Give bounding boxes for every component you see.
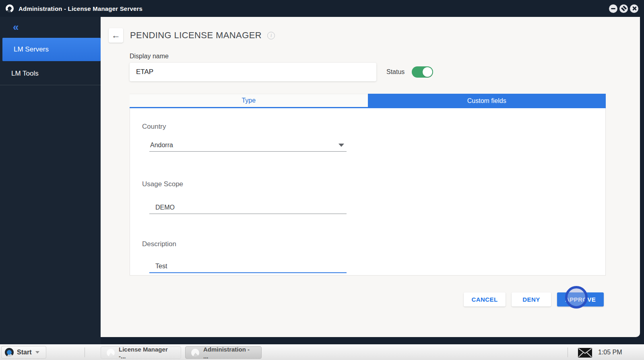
taskbar-item-license-manager[interactable]: License Manager -... bbox=[101, 346, 181, 359]
country-dropdown[interactable]: Andorra bbox=[149, 139, 347, 152]
display-name-label: Display name bbox=[130, 53, 169, 60]
sidebar-item-label: LM Servers bbox=[14, 45, 49, 53]
info-icon[interactable]: i bbox=[267, 32, 275, 39]
start-button[interactable]: Start bbox=[1, 346, 46, 359]
app-logo-icon bbox=[107, 349, 115, 357]
sidebar-item-label: LM Tools bbox=[11, 70, 39, 78]
country-value: Andorra bbox=[150, 142, 173, 149]
window-titlebar: Administration - License Manager Servers bbox=[0, 0, 644, 17]
sidebar-item-lm-servers[interactable]: LM Servers bbox=[2, 38, 101, 61]
toggle-knob bbox=[423, 67, 432, 77]
custom-fields-panel: Country Andorra Usage Scope DEMO Descrip… bbox=[130, 108, 606, 276]
status-row: Status bbox=[386, 66, 433, 78]
mail-icon[interactable] bbox=[578, 348, 592, 359]
start-caret-icon bbox=[35, 351, 39, 354]
deny-button[interactable]: DENY bbox=[512, 292, 551, 307]
sidebar-collapse-button[interactable]: « bbox=[13, 22, 19, 32]
close-button[interactable] bbox=[630, 4, 638, 13]
usage-scope-label: Usage Scope bbox=[142, 180, 183, 188]
start-label: Start bbox=[17, 349, 31, 356]
cancel-button[interactable]: CANCEL bbox=[464, 292, 506, 307]
main-content: ← PENDING LICENSE MANAGER i Display name… bbox=[101, 17, 640, 337]
tab-label: Custom fields bbox=[467, 97, 506, 105]
app-logo-icon bbox=[6, 4, 14, 12]
minimize-button[interactable] bbox=[609, 4, 617, 13]
usage-scope-value: DEMO bbox=[155, 204, 175, 211]
window-title: Administration - License Manager Servers bbox=[19, 5, 142, 12]
status-label: Status bbox=[386, 68, 405, 76]
usage-scope-field[interactable]: DEMO bbox=[149, 201, 347, 214]
page-title: PENDING LICENSE MANAGER bbox=[130, 30, 262, 41]
description-field[interactable]: Test bbox=[149, 260, 347, 273]
back-button[interactable]: ← bbox=[109, 28, 123, 43]
sidebar: « LM Servers LM Tools bbox=[0, 17, 101, 344]
close-icon bbox=[632, 6, 637, 11]
approve-button[interactable]: APPROVE bbox=[557, 292, 604, 307]
tab-label: Type bbox=[242, 97, 256, 104]
page-header: ← PENDING LICENSE MANAGER i bbox=[109, 28, 275, 43]
country-label: Country bbox=[142, 123, 166, 131]
description-label: Description bbox=[142, 240, 176, 248]
taskbar-item-label: Administration - ... bbox=[203, 346, 256, 360]
minimize-icon bbox=[611, 8, 615, 9]
tab-bar: Type Custom fields bbox=[130, 94, 606, 108]
taskbar-item-label: License Manager -... bbox=[119, 346, 175, 360]
tab-custom-fields[interactable]: Custom fields bbox=[368, 94, 606, 108]
taskbar: Start License Manager -... Administratio… bbox=[0, 344, 644, 360]
start-logo-icon bbox=[5, 348, 14, 357]
window-controls bbox=[609, 4, 638, 13]
app-logo-icon bbox=[191, 349, 199, 357]
chevron-down-icon bbox=[339, 144, 344, 147]
taskbar-clock: 1:05 PM bbox=[598, 349, 622, 356]
action-buttons: CANCEL DENY APPROVE bbox=[464, 292, 604, 307]
maximize-icon bbox=[621, 6, 626, 11]
display-name-input[interactable] bbox=[130, 63, 376, 81]
status-toggle[interactable] bbox=[412, 66, 433, 78]
maximize-button[interactable] bbox=[619, 4, 628, 13]
taskbar-item-administration[interactable]: Administration - ... bbox=[185, 346, 262, 359]
description-value: Test bbox=[155, 263, 167, 270]
sidebar-item-lm-tools[interactable]: LM Tools bbox=[0, 62, 101, 85]
tab-type[interactable]: Type bbox=[130, 94, 368, 108]
taskbar-separator bbox=[85, 348, 85, 357]
taskbar-separator bbox=[568, 348, 568, 357]
